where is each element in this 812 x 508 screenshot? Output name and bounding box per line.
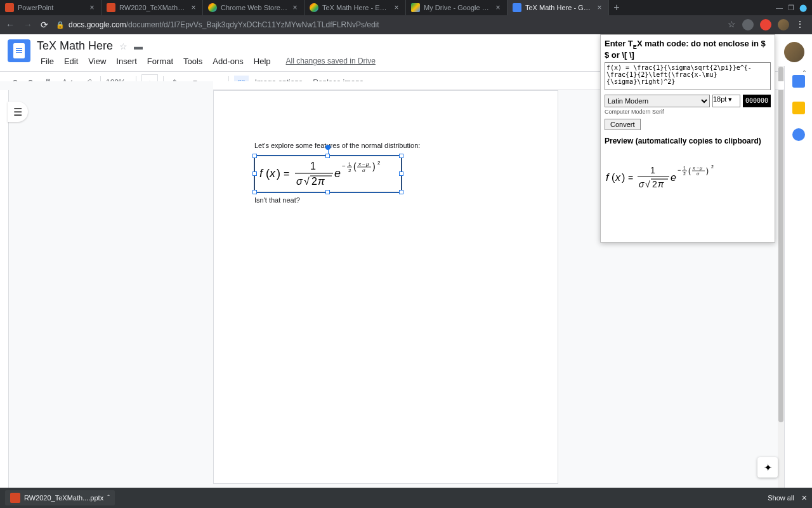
svg-text:(: ( (353, 161, 357, 171)
svg-text:1: 1 (348, 161, 351, 167)
svg-text:π: π (318, 176, 325, 187)
svg-text:μ: μ (699, 166, 702, 171)
svg-text:x: x (358, 161, 362, 167)
close-icon[interactable]: × (190, 4, 197, 11)
new-tab-button[interactable]: + (609, 2, 624, 13)
close-icon[interactable]: × (596, 4, 603, 11)
menu-file[interactable]: File (37, 55, 58, 67)
svg-text:σ: σ (697, 171, 700, 176)
svg-text:2: 2 (683, 171, 686, 176)
resize-handle[interactable] (252, 190, 257, 194)
tab-docs-active[interactable]: TeX Math Here - Google Docs× (508, 0, 609, 15)
font-select[interactable]: Latin Modern (605, 95, 710, 107)
url-field[interactable]: 🔒 docs.google.com/document/d/1l7EpvVs_Ba… (56, 20, 720, 29)
close-icon[interactable]: × (494, 4, 502, 11)
svg-text:−: − (697, 166, 699, 170)
tab-webstore[interactable]: Chrome Web Store - Extensions× (203, 0, 304, 15)
docs-logo-icon[interactable] (8, 39, 30, 62)
address-bar: ← → ⟳ 🔒 docs.google.com/document/d/1l7Ep… (0, 15, 812, 34)
svg-text:e: e (334, 167, 341, 180)
close-icon[interactable]: × (393, 4, 400, 11)
svg-text:2: 2 (652, 179, 657, 189)
window-controls: — ❐ ⬤ (776, 4, 812, 12)
minimize-icon[interactable]: — (776, 4, 783, 12)
ext-icon-1[interactable] (742, 19, 754, 30)
star-doc-icon[interactable]: ☆ (119, 41, 128, 51)
menu-addons[interactable]: Add-ons (209, 55, 247, 67)
vertical-scrollbar[interactable] (778, 66, 784, 488)
chevron-up-icon[interactable]: ˆ (107, 494, 110, 502)
resize-handle[interactable] (399, 154, 403, 158)
maximize-icon[interactable]: ❐ (788, 4, 794, 12)
show-all-downloads[interactable]: Show all (768, 494, 794, 502)
tab-rw2020[interactable]: RW2020_TeXMathHere_GentrySer× (102, 0, 203, 15)
svg-text:σ: σ (296, 176, 303, 187)
svg-text:2: 2 (348, 168, 351, 173)
profile-avatar[interactable] (778, 19, 789, 30)
explore-button[interactable]: ✦ (757, 457, 778, 478)
preview-label: Preview (automatically copies to clipboa… (605, 137, 771, 145)
rotate-handle[interactable] (325, 145, 331, 150)
lock-icon: 🔒 (56, 21, 65, 29)
menu-edit[interactable]: Edit (60, 55, 82, 67)
doc-title[interactable]: TeX Math Here (37, 39, 113, 53)
tab-edititem[interactable]: TeX Math Here - Edit Item× (304, 0, 406, 15)
svg-text:f: f (259, 167, 264, 180)
paragraph-1[interactable]: Let's explore some features of the norma… (254, 142, 517, 149)
keep-icon[interactable] (792, 102, 805, 114)
ext-heading: Enter TEX math code: do not enclose in $… (605, 39, 771, 60)
svg-text:μ: μ (365, 161, 369, 167)
move-folder-icon[interactable]: ▬ (134, 41, 143, 51)
save-status[interactable]: All changes saved in Drive (282, 55, 379, 67)
svg-text:): ) (277, 167, 280, 180)
outline-toggle-button[interactable]: ☰ (8, 102, 28, 122)
tex-code-input[interactable]: f(x) = \frac{1}{\sigma\sqrt{2\pi}}e^{-\f… (605, 62, 771, 90)
resize-handle[interactable] (399, 190, 403, 194)
resize-handle[interactable] (252, 171, 257, 176)
resize-handle[interactable] (252, 154, 257, 158)
download-item[interactable]: RW2020_TeXMath....pptx ˆ (5, 490, 115, 505)
tasks-icon[interactable] (792, 128, 805, 141)
menu-view[interactable]: View (84, 55, 110, 67)
close-icon[interactable]: × (88, 4, 96, 11)
ruler-vertical[interactable] (0, 90, 9, 488)
svg-text:−: − (342, 163, 346, 170)
menu-insert[interactable]: Insert (112, 55, 141, 67)
tab-powerpoint[interactable]: PowerPoint× (0, 0, 102, 15)
resize-handle[interactable] (325, 190, 330, 194)
size-select[interactable]: 18pt ▾ (712, 95, 740, 107)
menu-help[interactable]: Help (250, 55, 275, 67)
close-download-bar[interactable]: × (802, 493, 807, 503)
svg-text:√: √ (645, 179, 650, 189)
svg-text:e: e (671, 172, 676, 183)
menu-format[interactable]: Format (143, 55, 177, 67)
collapse-side-icon[interactable]: ˆ (803, 70, 806, 79)
back-button[interactable]: ← (5, 20, 15, 30)
svg-text:): ) (622, 172, 625, 183)
close-window-icon[interactable]: ⬤ (799, 4, 807, 12)
convert-button[interactable]: Convert (605, 119, 641, 130)
preview-area: f ( x ) = 1 σ √ 2 π e − 1 2 ( x − μ σ ) … (605, 149, 771, 238)
menu-tools[interactable]: Tools (180, 55, 206, 67)
svg-text:√: √ (304, 176, 310, 187)
ext-icon-2[interactable] (760, 19, 771, 30)
resize-handle[interactable] (325, 154, 330, 158)
browser-tab-bar: PowerPoint× RW2020_TeXMathHere_GentrySer… (0, 0, 812, 15)
svg-text:−: − (362, 161, 365, 167)
paragraph-2[interactable]: Isn't that neat? (254, 196, 517, 204)
reload-button[interactable]: ⟳ (41, 20, 48, 30)
account-avatar[interactable] (784, 42, 804, 62)
forward-button[interactable]: → (23, 20, 33, 30)
svg-text:x: x (615, 172, 621, 183)
tab-drive[interactable]: My Drive - Google Drive× (406, 0, 508, 15)
svg-text:x: x (692, 166, 695, 170)
document-page[interactable]: Let's explore some features of the norma… (213, 90, 558, 484)
star-icon[interactable]: ☆ (728, 19, 736, 30)
close-icon[interactable]: × (291, 4, 299, 11)
svg-text:π: π (658, 179, 664, 189)
color-input[interactable]: 000000 (743, 95, 771, 107)
equation-image[interactable]: f ( x ) = 1 σ √ 2 π e − 1 2 ( x − μ (254, 156, 402, 192)
resize-handle[interactable] (399, 171, 403, 176)
svg-text:σ: σ (639, 179, 645, 189)
chrome-menu[interactable]: ⋮ (796, 19, 807, 30)
